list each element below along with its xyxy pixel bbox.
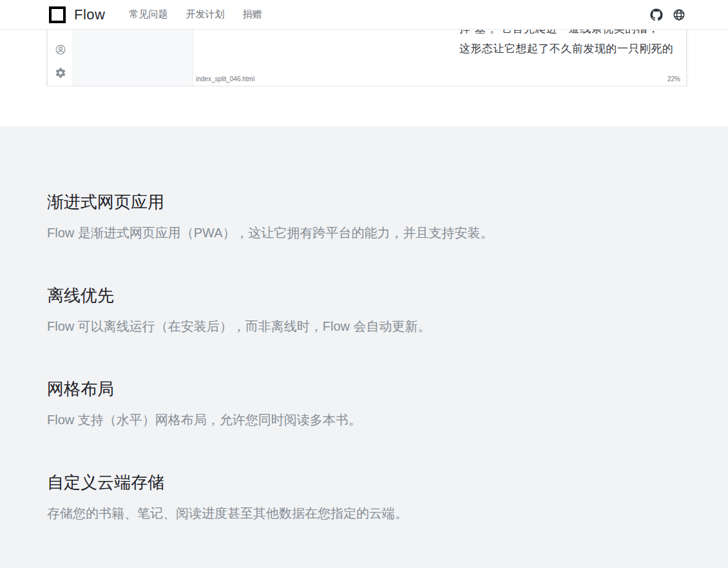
feature-title: 渐进式网页应用: [47, 191, 681, 213]
flow-logo-icon: [49, 6, 66, 23]
preview-toc-panel: [73, 30, 193, 86]
feature-offline-first: 离线优先 Flow 可以离线运行（在安装后），而非离线时，Flow 会自动更新。: [47, 284, 681, 335]
nav-link-faq[interactable]: 常见问题: [129, 8, 168, 21]
feature-description: Flow 支持（水平）网格布局，允许您同时阅读多本书。: [47, 411, 681, 429]
main-nav: 常见问题 开发计划 捐赠: [129, 8, 262, 21]
brand-home-link[interactable]: Flow: [49, 6, 105, 23]
feature-grid-layout: 网格布局 Flow 支持（水平）网格布局，允许您同时阅读多本书。: [47, 378, 681, 429]
preview-book-text-line: 这形态让它想起了不久前发现的一只刚死的: [459, 39, 676, 59]
preview-sidebar: [48, 30, 73, 86]
language-globe-icon[interactable]: [673, 8, 685, 21]
preview-progress-percent: 22%: [667, 75, 680, 83]
preview-filename: index_split_046.html: [196, 75, 254, 83]
app-preview-clip: 捍“墓”。它首先爬进一道线条优美的槽， 这形态让它想起了不久前发现的一只刚死的 …: [0, 30, 728, 86]
github-icon[interactable]: [650, 8, 663, 21]
feature-title: 离线优先: [47, 284, 681, 306]
feature-description: 存储您的书籍、笔记、阅读进度甚至其他数据在您指定的云端。: [47, 504, 681, 522]
app-screenshot-preview: 捍“墓”。它首先爬进一道线条优美的槽， 这形态让它想起了不久前发现的一只刚死的 …: [47, 30, 687, 86]
preview-book-text: 捍“墓”。它首先爬进一道线条优美的槽， 这形态让它想起了不久前发现的一只刚死的: [459, 30, 676, 59]
brand-name: Flow: [74, 6, 105, 23]
nav-link-roadmap[interactable]: 开发计划: [186, 8, 224, 21]
white-spacer: [0, 86, 728, 126]
feature-title: 网格布局: [47, 378, 681, 400]
feature-pwa: 渐进式网页应用 Flow 是渐进式网页应用（PWA），这让它拥有跨平台的能力，并…: [47, 191, 681, 242]
features-section: 渐进式网页应用 Flow 是渐进式网页应用（PWA），这让它拥有跨平台的能力，并…: [0, 126, 728, 568]
feature-title: 自定义云端存储: [47, 471, 681, 493]
top-navigation-bar: Flow 常见问题 开发计划 捐赠: [0, 0, 728, 30]
preview-book-text-line: 捍“墓”。它首先爬进一道线条优美的槽，: [459, 30, 676, 39]
account-icon: [55, 44, 66, 55]
header-icon-group: [650, 8, 685, 21]
settings-gear-icon: [55, 67, 66, 79]
feature-custom-cloud-storage: 自定义云端存储 存储您的书籍、笔记、阅读进度甚至其他数据在您指定的云端。: [47, 471, 681, 522]
feature-description: Flow 可以离线运行（在安装后），而非离线时，Flow 会自动更新。: [47, 317, 681, 335]
feature-description: Flow 是渐进式网页应用（PWA），这让它拥有跨平台的能力，并且支持安装。: [47, 224, 681, 242]
nav-link-donate[interactable]: 捐赠: [242, 8, 262, 21]
